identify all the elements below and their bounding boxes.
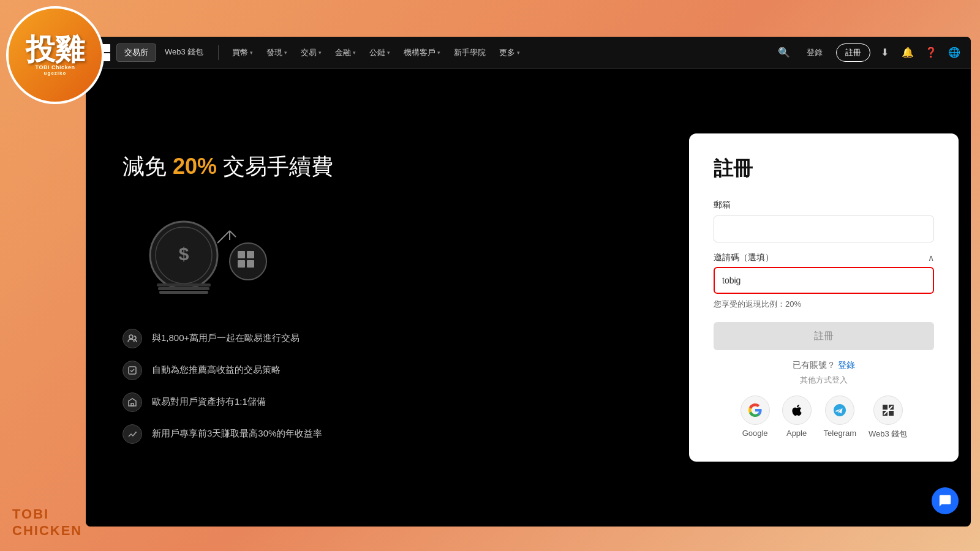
svg-point-14 [129, 335, 133, 339]
menu-academy[interactable]: 新手學院 [448, 44, 492, 61]
svg-point-17 [135, 432, 137, 433]
feature-item-2: 自動為您推薦高收益的交易策略 [123, 361, 640, 380]
other-login-text: 其他方式登入 [714, 375, 934, 386]
watermark-line1: TOBI [12, 506, 82, 522]
invite-code-input[interactable] [714, 267, 934, 294]
tab-web3-wallet[interactable]: Web3 錢包 [157, 43, 211, 62]
logo-subtext-top: TOBI Chicken [36, 64, 75, 70]
register-nav-button[interactable]: 註冊 [836, 43, 870, 62]
chevron-down-icon: ▾ [387, 50, 390, 56]
users-icon [123, 329, 142, 348]
right-panel: 註冊 郵箱 邀請碼（選填） ∧ 您享受的返現比例：20% 註冊 已有賬號？ 登錄 [677, 69, 971, 527]
chevron-down-icon: ▾ [318, 50, 322, 56]
svg-rect-4 [158, 287, 209, 290]
apple-icon [782, 395, 812, 425]
menu-trade[interactable]: 交易 ▾ [295, 44, 328, 61]
logo-text: 投雞 [26, 35, 85, 64]
svg-rect-11 [247, 251, 254, 258]
feature-text-1: 與1,800+萬用戶一起在歐易進行交易 [152, 332, 300, 344]
feature-item-4: 新用戶專享前3天賺取最高30%的年收益率 [123, 424, 640, 444]
svg-line-7 [230, 231, 236, 237]
svg-line-6 [217, 231, 230, 243]
navbar: 交易所 Web3 錢包 買幣 ▾ 發現 ▾ 交易 ▾ 金融 ▾ 公鏈 [86, 37, 971, 69]
watermark: TOBI CHICKEN [12, 506, 82, 539]
have-account-text: 已有賬號？ [793, 360, 835, 370]
chevron-down-icon: ▾ [284, 50, 287, 56]
web3-wallet-label: Web3 錢包 [869, 429, 907, 440]
menu-more[interactable]: 更多 ▾ [493, 44, 526, 61]
chevron-down-icon: ▾ [517, 50, 520, 56]
menu-finance[interactable]: 金融 ▾ [329, 44, 362, 61]
chat-icon [938, 494, 952, 508]
features-list: 與1,800+萬用戶一起在歐易進行交易 自動為您推薦高收益的交易策略 歐易對用戶… [123, 329, 640, 444]
logo-subtext-bottom: ugeziko [44, 70, 67, 76]
help-icon[interactable]: ❓ [922, 43, 940, 62]
headline-suffix: 交易手續費 [223, 154, 333, 179]
email-label: 郵箱 [714, 200, 934, 211]
google-label: Google [742, 429, 768, 438]
content-area: 減免 20% 交易手續費 $ [86, 69, 971, 527]
form-title: 註冊 [714, 156, 934, 182]
menu-institutional[interactable]: 機構客戶 ▾ [398, 44, 447, 61]
invite-chevron-icon[interactable]: ∧ [928, 253, 934, 263]
svg-rect-16 [131, 403, 134, 406]
invite-label-row: 邀請碼（選填） ∧ [714, 252, 934, 263]
apple-label: Apple [786, 429, 807, 438]
headline-highlight: 20% [173, 154, 217, 179]
headline: 減免 20% 交易手續費 [123, 152, 640, 182]
svg-rect-10 [238, 251, 245, 258]
menu-buy[interactable]: 買幣 ▾ [226, 44, 259, 61]
coin-illustration: $ [135, 206, 282, 304]
invite-label: 邀請碼（選填） [714, 252, 774, 263]
apple-login-button[interactable]: Apple [782, 395, 812, 440]
cashback-text: 您享受的返現比例：20% [714, 299, 934, 310]
feature-text-4: 新用戶專享前3天賺取最高30%的年收益率 [152, 428, 322, 440]
svg-rect-21 [889, 411, 894, 416]
login-button[interactable]: 登錄 [798, 44, 831, 61]
download-icon[interactable]: ⬇ [875, 43, 894, 62]
svg-rect-5 [157, 283, 211, 287]
illustration: $ [123, 206, 640, 304]
nav-divider [218, 45, 219, 60]
invite-section: 邀請碼（選填） ∧ [714, 252, 934, 294]
menu-discover[interactable]: 發現 ▾ [260, 44, 293, 61]
strategy-icon [123, 361, 142, 380]
telegram-login-button[interactable]: Telegram [824, 395, 856, 440]
language-icon[interactable]: 🌐 [945, 43, 963, 62]
browser-window: 交易所 Web3 錢包 買幣 ▾ 發現 ▾ 交易 ▾ 金融 ▾ 公鏈 [86, 37, 971, 527]
yield-icon [123, 424, 142, 444]
login-link[interactable]: 登錄 [838, 360, 855, 370]
google-icon [741, 395, 770, 425]
feature-item-1: 與1,800+萬用戶一起在歐易進行交易 [123, 329, 640, 348]
feature-text-3: 歐易對用戶資產持有1:1儲備 [152, 396, 266, 408]
nav-menu: 買幣 ▾ 發現 ▾ 交易 ▾ 金融 ▾ 公鏈 ▾ 機構客戶 ▾ [226, 44, 771, 61]
web3-wallet-login-button[interactable]: Web3 錢包 [869, 395, 907, 440]
notification-icon[interactable]: 🔔 [899, 43, 917, 62]
logo-badge: 投雞 TOBI Chicken ugeziko [6, 6, 104, 104]
email-input[interactable] [714, 216, 934, 242]
watermark-line2: CHICKEN [12, 523, 82, 539]
menu-chain[interactable]: 公鏈 ▾ [363, 44, 396, 61]
web3-wallet-icon [873, 395, 903, 425]
telegram-icon [825, 395, 854, 425]
feature-text-2: 自動為您推薦高收益的交易策略 [152, 364, 281, 376]
left-panel: 減免 20% 交易手續費 $ [86, 69, 677, 527]
nav-actions: 🔍 登錄 註冊 ⬇ 🔔 ❓ 🌐 [775, 43, 963, 62]
chat-support-button[interactable] [932, 487, 959, 514]
svg-rect-12 [238, 260, 245, 268]
register-submit-button[interactable]: 註冊 [714, 322, 934, 350]
chevron-down-icon: ▾ [250, 50, 253, 56]
svg-rect-18 [883, 405, 888, 410]
tab-exchange[interactable]: 交易所 [116, 43, 156, 62]
svg-text:$: $ [179, 244, 189, 264]
svg-rect-3 [159, 291, 208, 294]
nav-tabs: 交易所 Web3 錢包 [116, 43, 211, 62]
social-login-options: Google Apple [714, 395, 934, 440]
telegram-label: Telegram [824, 429, 856, 438]
feature-item-3: 歐易對用戶資產持有1:1儲備 [123, 392, 640, 412]
search-button[interactable]: 🔍 [775, 43, 793, 62]
headline-prefix: 減免 [123, 154, 167, 179]
chevron-down-icon: ▾ [437, 50, 440, 56]
google-login-button[interactable]: Google [741, 395, 770, 440]
register-form-card: 註冊 郵箱 邀請碼（選填） ∧ 您享受的返現比例：20% 註冊 已有賬號？ 登錄 [689, 133, 959, 462]
